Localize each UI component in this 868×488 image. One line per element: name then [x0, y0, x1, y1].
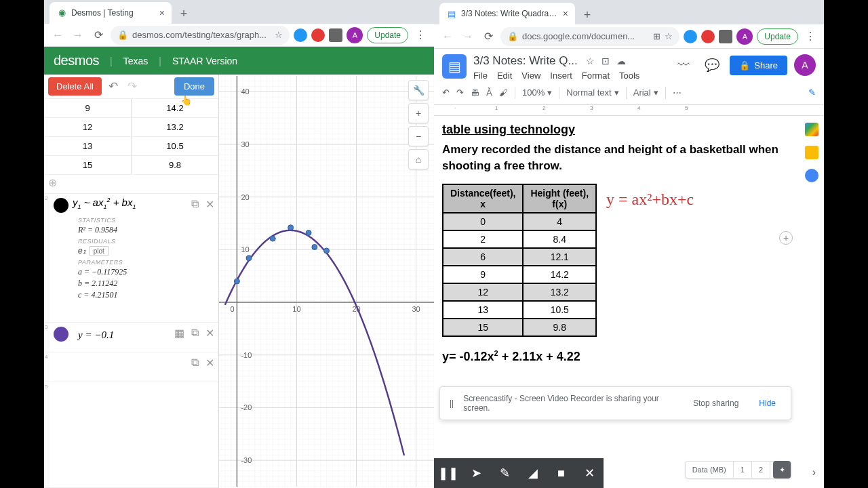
- equation-text: y= -0.12x2 + 2.11x + 4.22: [442, 349, 791, 364]
- hide-button[interactable]: Hide: [753, 396, 781, 411]
- pen-icon[interactable]: ✎: [494, 466, 515, 481]
- browser-tab[interactable]: ◉ Desmos | Testing ×: [50, 2, 172, 24]
- menu-file[interactable]: File: [473, 70, 488, 81]
- document-body[interactable]: table using technology Amery recorded th…: [434, 116, 800, 488]
- new-tab-button[interactable]: +: [578, 5, 597, 24]
- paint-icon[interactable]: 🖌: [499, 87, 508, 98]
- stop-sharing-button[interactable]: Stop sharing: [688, 396, 744, 411]
- lock-icon: 🔒: [739, 60, 750, 70]
- url-input[interactable]: 🔒 desmos.com/testing/texas/graph... ☆: [111, 26, 290, 45]
- menu-edit[interactable]: Edit: [497, 70, 512, 81]
- profile-avatar[interactable]: A: [347, 27, 363, 43]
- more-icon[interactable]: ⋯: [673, 87, 682, 98]
- extension-icon[interactable]: [311, 28, 325, 42]
- keep-icon[interactable]: [805, 146, 818, 159]
- forward-icon[interactable]: →: [70, 27, 86, 43]
- home-icon[interactable]: ⌂: [408, 149, 429, 169]
- close-tab-icon[interactable]: ×: [159, 7, 165, 18]
- menu-bar: File Edit View Insert Format Tools: [473, 70, 666, 81]
- duplicate-icon[interactable]: ⧉: [191, 357, 199, 369]
- svg-text:30: 30: [241, 140, 249, 148]
- menu-icon[interactable]: ⋮: [412, 27, 429, 43]
- new-tab-button[interactable]: +: [174, 5, 193, 24]
- close-icon[interactable]: ✕: [579, 466, 599, 481]
- explore-icon[interactable]: ✦: [773, 461, 791, 479]
- url-input[interactable]: 🔒 docs.google.com/documen... ⊞ ☆: [500, 27, 679, 46]
- zoom-icon[interactable]: ⊕: [48, 176, 57, 189]
- docs-icon[interactable]: ▤: [442, 54, 467, 79]
- star-icon[interactable]: ☆: [665, 31, 673, 41]
- graph-canvas[interactable]: 102030-30-20-10102030400 🔧 + − ⌂: [219, 75, 434, 488]
- done-button[interactable]: Done: [174, 77, 214, 96]
- forward-icon[interactable]: →: [460, 28, 476, 45]
- comment-icon[interactable]: 💬: [701, 54, 723, 76]
- duplicate-icon[interactable]: ⧉: [191, 198, 199, 211]
- undo-icon[interactable]: ↶: [442, 87, 450, 98]
- region-label[interactable]: Texas: [123, 56, 149, 66]
- delete-icon[interactable]: ✕: [205, 198, 214, 211]
- close-tab-icon[interactable]: ×: [563, 8, 568, 19]
- extension-icon[interactable]: [719, 30, 732, 43]
- redo-icon[interactable]: ↷: [456, 87, 464, 98]
- star-icon[interactable]: ☆: [275, 30, 283, 40]
- update-button[interactable]: Update: [367, 27, 408, 43]
- docs-favicon: ▤: [446, 8, 457, 19]
- ruler[interactable]: ·12345: [434, 105, 824, 116]
- explore-bar[interactable]: Data (MB) 1 2 ✦: [685, 461, 791, 479]
- spellcheck-icon[interactable]: Ǎ: [486, 87, 492, 98]
- menu-icon[interactable]: ⋮: [802, 28, 818, 45]
- back-icon[interactable]: ←: [50, 27, 66, 43]
- move-icon[interactable]: ⊡: [601, 56, 610, 66]
- print-icon[interactable]: 🖶: [471, 87, 479, 98]
- delete-icon[interactable]: ✕: [205, 357, 214, 369]
- plot-button[interactable]: plot: [89, 246, 109, 256]
- activity-icon[interactable]: 〰: [673, 54, 694, 76]
- wrench-icon[interactable]: 🔧: [408, 80, 429, 100]
- delete-icon[interactable]: ✕: [205, 327, 214, 340]
- menu-format[interactable]: Format: [582, 70, 610, 81]
- apps-icon[interactable]: ⊞: [653, 31, 660, 41]
- font-select[interactable]: Arial ▾: [633, 87, 658, 98]
- add-comment-button[interactable]: +: [779, 231, 793, 245]
- profile-avatar[interactable]: A: [736, 28, 753, 45]
- pointer-icon[interactable]: ➤: [466, 466, 486, 481]
- doc-title[interactable]: 3/3 Notes: Write Q...: [473, 54, 578, 67]
- extension-icon[interactable]: [701, 30, 715, 43]
- color-dot[interactable]: [54, 327, 68, 342]
- cloud-icon[interactable]: ☁: [616, 56, 626, 66]
- back-icon[interactable]: ←: [439, 28, 456, 45]
- expression-panel: Delete All ↶ ↷ Done 👆 914.2 1213.2 1310.…: [44, 75, 219, 488]
- calendar-icon[interactable]: [805, 123, 818, 136]
- zoom-in-icon[interactable]: +: [408, 103, 429, 123]
- lock-icon: 🔒: [117, 30, 128, 40]
- pause-icon[interactable]: ❚❚: [438, 466, 458, 481]
- update-button[interactable]: Update: [757, 28, 798, 45]
- tasks-icon[interactable]: [805, 169, 818, 182]
- color-dot[interactable]: [54, 198, 68, 213]
- delete-all-button[interactable]: Delete All: [48, 77, 102, 96]
- style-select[interactable]: Normal text ▾: [566, 87, 618, 98]
- chevron-right-icon[interactable]: ›: [812, 466, 816, 479]
- share-button[interactable]: 🔒Share: [730, 56, 787, 75]
- reload-icon[interactable]: ⟳: [480, 28, 496, 45]
- extension-icon[interactable]: [684, 30, 697, 43]
- camera-icon[interactable]: ■: [551, 466, 571, 481]
- table-icon[interactable]: ▦: [174, 327, 184, 340]
- zoom-select[interactable]: 100% ▾: [522, 87, 552, 98]
- menu-view[interactable]: View: [521, 70, 540, 81]
- extension-icon[interactable]: [329, 28, 342, 42]
- menu-tools[interactable]: Tools: [619, 70, 639, 81]
- edit-mode-icon[interactable]: ✎: [808, 87, 816, 98]
- zoom-out-icon[interactable]: −: [408, 126, 429, 146]
- extension-icon[interactable]: [294, 28, 307, 42]
- reload-icon[interactable]: ⟳: [90, 27, 106, 43]
- desmos-logo: desmos: [54, 53, 99, 68]
- eraser-icon[interactable]: ◢: [523, 466, 543, 481]
- star-icon[interactable]: ☆: [586, 56, 595, 66]
- menu-insert[interactable]: Insert: [550, 70, 572, 81]
- duplicate-icon[interactable]: ⧉: [191, 327, 199, 340]
- browser-tab[interactable]: ▤ 3/3 Notes: Write Quadratic Eq... ×: [439, 3, 575, 24]
- undo-icon[interactable]: ↶: [106, 79, 121, 94]
- avatar[interactable]: A: [794, 54, 816, 76]
- redo-icon[interactable]: ↷: [125, 79, 140, 94]
